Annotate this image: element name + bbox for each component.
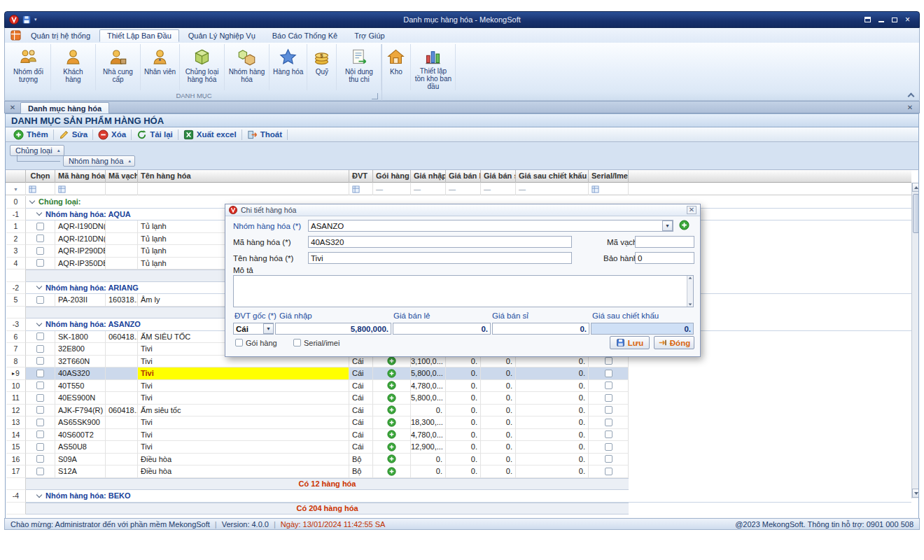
filter-cell-ten[interactable] (138, 183, 349, 195)
filter-cell-dvt[interactable] (349, 183, 373, 195)
row-checkbox[interactable] (36, 443, 44, 451)
column-header-ten[interactable]: Tên hàng hóa (138, 170, 349, 183)
table-row[interactable]: 1140ES900NTiviCái5,800,0...0.0.0. (6, 392, 911, 405)
row-checkbox[interactable] (36, 332, 44, 340)
add-package-icon[interactable] (387, 393, 396, 402)
dialog-close-icon[interactable]: ✕ (687, 206, 696, 214)
group-header-cell[interactable]: Nhóm hàng hóa: BEKO (26, 490, 911, 503)
serial-checkbox[interactable] (605, 370, 612, 377)
gia-ban-le-input[interactable] (393, 323, 491, 335)
add-package-icon[interactable] (387, 467, 396, 476)
ribbon-item-warehouse[interactable]: Kho (382, 44, 411, 90)
collapse-caret-icon[interactable] (36, 321, 42, 326)
table-row[interactable]: 13AS65SK900TiviCái18,300,...0.0.0. (6, 416, 911, 429)
add-package-icon[interactable] (387, 454, 396, 463)
scroll-thumb[interactable] (913, 194, 919, 233)
exit-button[interactable]: Thoát (242, 128, 287, 141)
window-menu-icon[interactable] (862, 15, 874, 24)
row-checkbox[interactable] (36, 223, 44, 230)
table-row[interactable]: 12AJK-F794(R)060418...Ấm siêu tốcCái0.0.… (6, 405, 911, 417)
export-excel-button[interactable]: Xuất excel (178, 128, 241, 141)
collapse-caret-icon[interactable] (36, 210, 42, 216)
ten-hang-hoa-input[interactable] (308, 252, 572, 264)
column-header-gsi[interactable]: Giá bán sỉ (481, 170, 516, 183)
tab-close-icon[interactable]: ✕ (8, 103, 18, 112)
serial-imei-checkbox[interactable] (293, 339, 301, 346)
serial-checkbox[interactable] (605, 357, 612, 365)
column-header-gle[interactable]: Giá bán lẻ (446, 170, 481, 183)
table-row[interactable]: 16S09AĐiều hòaBộ0.0.0.0. (6, 454, 911, 466)
textarea-scrollbar[interactable] (687, 276, 693, 307)
row-checkbox[interactable] (36, 394, 44, 402)
dialog-launcher-icon[interactable] (372, 93, 378, 99)
row-checkbox[interactable] (36, 406, 44, 414)
edit-button[interactable]: Sửa (54, 128, 92, 141)
filter-cell-gsi[interactable]: — (481, 183, 516, 195)
scroll-up-icon[interactable] (912, 183, 919, 192)
ribbon-item-star[interactable]: Hàng hóa (270, 44, 307, 90)
serial-checkbox[interactable] (605, 443, 612, 451)
row-checkbox[interactable] (36, 370, 44, 377)
ribbon-item-stock[interactable]: Thiết lập tồn kho ban đầu (411, 44, 456, 90)
collapse-caret-icon[interactable] (36, 492, 42, 498)
filter-cell-gle[interactable]: — (446, 183, 481, 195)
filter-cell-serial[interactable] (589, 183, 629, 195)
combo-dropdown-icon[interactable]: ▼ (662, 220, 673, 231)
qat-dropdown-icon[interactable]: ▾ (34, 17, 37, 22)
table-row[interactable]: 15AS50U8TiviCái12,900,...0.0.0. (6, 441, 911, 454)
filter-dropdown-icon[interactable]: ▼ (6, 183, 26, 195)
delete-button[interactable]: Xóa (93, 128, 131, 141)
column-header-dvt[interactable]: ĐVT (349, 170, 373, 183)
ma-hang-hoa-input[interactable] (308, 236, 572, 248)
table-row[interactable]: ▸940AS320TiviCái5,800,0...0.0.0. (6, 368, 911, 380)
serial-checkbox[interactable] (605, 406, 612, 414)
ribbon-item-employee[interactable]: Nhân viên (141, 44, 180, 90)
column-header-chon[interactable]: Chọn (26, 170, 55, 183)
column-header-serial[interactable]: Serial/Imei (589, 170, 629, 183)
add-group-icon[interactable] (679, 220, 690, 230)
dialog-titlebar[interactable]: Chi tiết hàng hóa ✕ (225, 204, 700, 216)
gia-ban-si-input[interactable] (492, 323, 589, 335)
menu-tab[interactable]: Trợ Giúp (346, 29, 392, 42)
ma-vach-input[interactable] (635, 236, 694, 248)
gia-sau-chiet-khau-input[interactable] (591, 323, 694, 335)
serial-checkbox[interactable] (605, 468, 612, 475)
add-package-icon[interactable] (387, 430, 396, 439)
filter-cell-gnhap[interactable]: — (411, 183, 446, 195)
row-checkbox[interactable] (36, 455, 44, 463)
add-package-icon[interactable] (387, 442, 396, 451)
reload-button[interactable]: Tải lại (132, 128, 178, 141)
bao-hanh-input[interactable] (635, 252, 694, 264)
row-checkbox[interactable] (36, 430, 44, 438)
serial-checkbox[interactable] (605, 394, 612, 402)
row-checkbox[interactable] (36, 357, 44, 365)
tabstrip-close-icon[interactable]: ✕ (905, 103, 915, 112)
row-checkbox[interactable] (36, 419, 44, 426)
menu-tab[interactable]: Thiết Lập Ban Đầu (99, 29, 179, 42)
add-package-icon[interactable] (387, 405, 396, 414)
scroll-down-icon[interactable] (912, 489, 919, 498)
row-checkbox[interactable] (36, 247, 44, 255)
column-header-vach[interactable]: Mã vạch (106, 170, 138, 183)
ribbon-item-people-group[interactable]: Nhóm đối tượng (6, 44, 51, 90)
row-checkbox[interactable] (36, 345, 44, 353)
add-package-icon[interactable] (387, 418, 396, 427)
group-chip-nhom-hang-hoa[interactable]: Nhóm hàng hóa▲ (63, 155, 135, 167)
column-header-ma[interactable]: Mã hàng hóa (55, 170, 106, 183)
menu-tab[interactable]: Báo Cáo Thống Kê (265, 29, 345, 42)
close-icon[interactable]: × (902, 15, 913, 24)
maximize-icon[interactable] (888, 15, 900, 24)
table-row[interactable]: 832T660NTiviCái3,100,0...0.0.0. (6, 356, 911, 368)
nhom-hang-hoa-combo[interactable] (308, 220, 673, 232)
filter-cell-gck[interactable]: — (516, 183, 589, 195)
column-header-gnhap[interactable]: Giá nhập (411, 170, 446, 183)
add-package-icon[interactable] (387, 369, 396, 378)
ribbon-item-customer[interactable]: Khách hàng (51, 44, 96, 90)
collapse-ribbon-icon[interactable] (908, 93, 915, 100)
grid-filter-row[interactable]: ▼————— (6, 183, 911, 195)
tab-danh-muc-hang-hoa[interactable]: Danh mục hàng hóa (20, 102, 109, 113)
goi-hang-checkbox[interactable] (235, 339, 243, 346)
ribbon-item-receipt[interactable]: Nội dung thu chi (337, 44, 382, 90)
table-row[interactable]: 1040T550TiviCái4,780,0...0.0.0. (6, 380, 911, 393)
filter-cell-vach[interactable] (106, 183, 138, 195)
